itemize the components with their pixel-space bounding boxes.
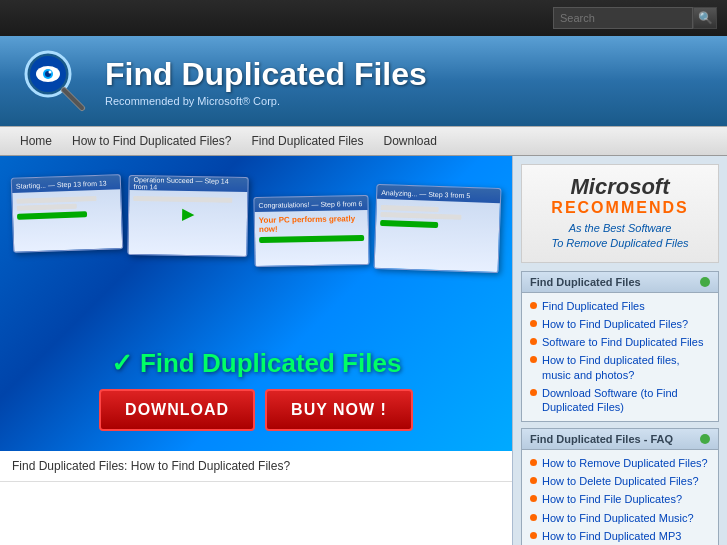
hero-title: Find Duplicated Files <box>111 348 402 379</box>
sidebar-link-2-2[interactable]: How to Find File Duplicates? <box>522 490 718 508</box>
screenshot-window-4: Analyzing... — Step 3 from 5 <box>374 184 502 273</box>
sidebar-link-1-0[interactable]: Find Duplicated Files <box>522 297 718 315</box>
sidebar-link-1-4[interactable]: Download Software (to Find Duplicated Fi… <box>522 384 718 417</box>
search-container: 🔍 <box>553 7 717 29</box>
svg-line-7 <box>64 90 82 108</box>
orange-dot-icon <box>530 302 537 309</box>
main-layout: Starting... — Step 13 from 13 Operation … <box>0 156 727 545</box>
ms-recommends-box: Microsoft RECOMMENDS As the Best Softwar… <box>521 164 719 263</box>
ms-tagline: As the Best Software To Remove Duplicate… <box>532 221 708 252</box>
sidebar-section-2-header: Find Duplicated Files - FAQ <box>521 428 719 450</box>
sidebar-section-2-links: How to Remove Duplicated Files? How to D… <box>521 450 719 545</box>
sidebar-section-2: Find Duplicated Files - FAQ How to Remov… <box>521 428 719 545</box>
top-bar: 🔍 <box>0 0 727 36</box>
download-button[interactable]: DOWNLOAD <box>99 389 255 431</box>
sidebar-link-2-1[interactable]: How to Delete Duplicated Files? <box>522 472 718 490</box>
sidebar-link-1-2[interactable]: Software to Find Duplicated Files <box>522 333 718 351</box>
nav-find[interactable]: Find Duplicated Files <box>241 126 373 156</box>
sidebar-link-2-3[interactable]: How to Find Duplicated Music? <box>522 509 718 527</box>
sidebar-section-1-links: Find Duplicated Files How to Find Duplic… <box>521 293 719 422</box>
section2-indicator <box>700 434 710 444</box>
site-header: Find Duplicated Files Recommended by Mic… <box>0 36 727 126</box>
search-button[interactable]: 🔍 <box>693 7 717 29</box>
orange-dot-icon <box>530 356 537 363</box>
orange-dot-icon <box>530 514 537 521</box>
orange-dot-icon <box>530 495 537 502</box>
ms-logo: Microsoft RECOMMENDS <box>532 175 708 217</box>
screenshot-window-2: Operation Succeed — Step 14 from 14 ▶ <box>127 175 248 257</box>
header-text: Find Duplicated Files Recommended by Mic… <box>105 56 427 107</box>
svg-point-5 <box>49 71 52 74</box>
screenshot-window-3: Congratulations! — Step 6 from 6 Your PC… <box>253 195 369 267</box>
nav-bar: Home How to Find Duplicated Files? Find … <box>0 126 727 156</box>
orange-dot-icon <box>530 477 537 484</box>
site-tagline: Recommended by Microsoft® Corp. <box>105 95 427 107</box>
section1-indicator <box>700 277 710 287</box>
nav-how-to[interactable]: How to Find Duplicated Files? <box>62 126 241 156</box>
below-hero-text: Find Duplicated Files: How to Find Dupli… <box>0 451 512 482</box>
orange-dot-icon <box>530 459 537 466</box>
sidebar-link-1-3[interactable]: How to Find duplicated files, music and … <box>522 351 718 384</box>
sidebar-link-2-0[interactable]: How to Remove Duplicated Files? <box>522 454 718 472</box>
orange-dot-icon <box>530 320 537 327</box>
orange-dot-icon <box>530 338 537 345</box>
site-title: Find Duplicated Files <box>105 56 427 93</box>
search-input[interactable] <box>553 7 693 29</box>
sidebar-link-2-4[interactable]: How to Find Duplicated MP3 Files? <box>522 527 718 545</box>
orange-dot-icon <box>530 389 537 396</box>
logo-icon <box>20 46 90 116</box>
hero-screenshots: Starting... — Step 13 from 13 Operation … <box>0 166 512 366</box>
left-content: Starting... — Step 13 from 13 Operation … <box>0 156 512 545</box>
nav-download[interactable]: Download <box>373 126 446 156</box>
right-sidebar: Microsoft RECOMMENDS As the Best Softwar… <box>512 156 727 545</box>
sidebar-section-1-header: Find Duplicated Files <box>521 271 719 293</box>
nav-home[interactable]: Home <box>10 126 62 156</box>
buynow-button[interactable]: BUY NOW ! <box>265 389 413 431</box>
sidebar-section-1: Find Duplicated Files Find Duplicated Fi… <box>521 271 719 422</box>
sidebar-link-1-1[interactable]: How to Find Duplicated Files? <box>522 315 718 333</box>
orange-dot-icon <box>530 532 537 539</box>
hero-buttons: DOWNLOAD BUY NOW ! <box>99 389 413 431</box>
hero-area: Starting... — Step 13 from 13 Operation … <box>0 156 512 451</box>
screenshot-window-1: Starting... — Step 13 from 13 <box>11 174 124 253</box>
